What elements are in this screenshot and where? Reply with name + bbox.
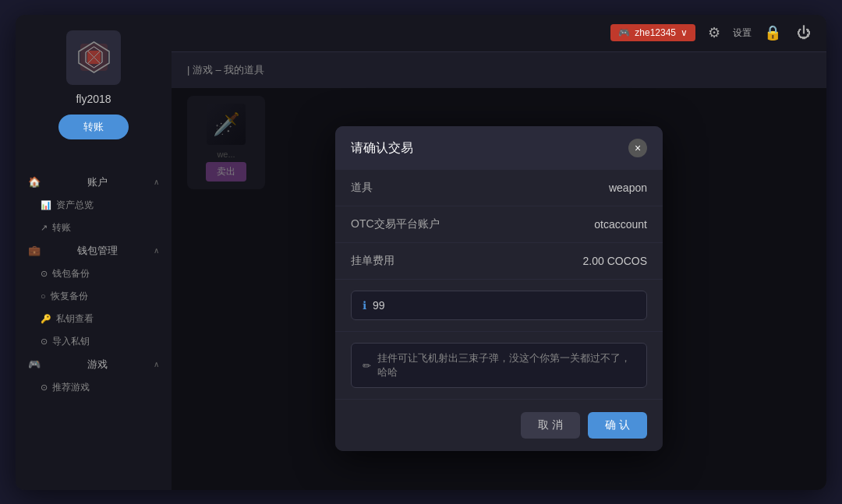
sidebar-section-account-header[interactable]: 🏠 账户 ∧ [25, 171, 162, 194]
topbar-user-icon: 🎮 [618, 27, 630, 38]
price-input[interactable] [373, 299, 635, 312]
lock-icon[interactable]: 🔒 [761, 21, 784, 44]
sidebar-section-games-header[interactable]: 🎮 游戏 ∧ [25, 353, 162, 376]
dialog-header: 请确认交易 × [335, 126, 663, 170]
sidebar-item-privatekey[interactable]: 🔑 私钥查看 [25, 308, 162, 330]
dialog-title: 请确认交易 [351, 140, 413, 157]
topbar: 🎮 zhe12345 ∨ ⚙ 设置 🔒 ⏻ [172, 15, 826, 52]
app-logo [66, 30, 121, 85]
settings-label: 设置 [733, 26, 752, 40]
description-text[interactable]: 挂件可让飞机射出三束子弹，没这个你第一关都过不了，哈哈 [377, 351, 635, 379]
confirm-button[interactable]: 确 认 [588, 412, 647, 439]
item-row-label: 道具 [351, 181, 373, 195]
sidebar-section-games: 🎮 游戏 ∧ ⊙ 推荐游戏 [16, 353, 172, 399]
backup-label: 钱包备份 [52, 267, 90, 280]
topbar-username: zhe12345 [635, 27, 676, 38]
sidebar-item-importkey[interactable]: ⊙ 导入私钥 [25, 330, 162, 353]
assets-label: 资产总览 [56, 199, 94, 212]
power-icon[interactable]: ⏻ [794, 22, 814, 44]
main-content: 🎮 zhe12345 ∨ ⚙ 设置 🔒 ⏻ | 游戏 – 我的道具 🗡️ we.… [172, 15, 826, 490]
restore-label: 恢复备份 [51, 290, 88, 303]
restore-icon: ○ [41, 291, 46, 301]
transfer-label: 转账 [52, 221, 71, 234]
price-input-row: ℹ [335, 280, 663, 332]
sidebar-section-wallet-header[interactable]: 💼 钱包管理 ∧ [25, 239, 162, 263]
sidebar-item-restore[interactable]: ○ 恢复备份 [25, 285, 162, 308]
importkey-icon: ⊙ [41, 337, 48, 347]
info-icon: ℹ [363, 299, 366, 312]
fee-row-label: 挂单费用 [351, 254, 394, 268]
sidebar-username: fly2018 [76, 93, 111, 105]
close-button[interactable]: × [628, 139, 647, 157]
wallet-chevron-icon: ∧ [154, 246, 159, 255]
app-wrapper: fly2018 转账 🏠 账户 ∧ 📊 资产总览 ↗ 转账 💼 钱包管理 ∧ [16, 15, 826, 490]
confirm-dialog: 请确认交易 × 道具 weapon OTC交易平台账户 otc [335, 126, 663, 451]
description-input-row: ✏ 挂件可让飞机射出三束子弹，没这个你第一关都过不了，哈哈 [335, 332, 663, 400]
wallet-section-label: 钱包管理 [77, 244, 118, 258]
games-chevron-icon: ∧ [154, 360, 159, 368]
sidebar-section-wallet: 💼 钱包管理 ∧ ⊙ 钱包备份 ○ 恢复备份 🔑 私钥查看 ⊙ 导入私钥 [16, 239, 172, 353]
pencil-icon: ✏ [363, 360, 371, 372]
account-section-label: 账户 [87, 175, 108, 189]
sidebar-item-assets[interactable]: 📊 资产总览 [25, 194, 162, 217]
logo-area: fly2018 转账 [58, 30, 129, 158]
topbar-chevron-icon: ∨ [681, 27, 688, 38]
settings-icon[interactable]: ⚙ [705, 21, 723, 44]
transfer-icon: ↗ [41, 223, 48, 233]
topbar-user[interactable]: 🎮 zhe12345 ∨ [610, 24, 695, 41]
dialog-row-fee: 挂单费用 2.00 COCOS [335, 243, 663, 280]
recommend-icon: ⊙ [41, 382, 48, 393]
otc-row-value: otcaccount [594, 218, 647, 231]
privatekey-label: 私钥查看 [56, 312, 94, 326]
price-input-wrapper: ℹ [351, 291, 647, 320]
breadcrumb: | 游戏 – 我的道具 [172, 52, 826, 88]
page-area: 🗡️ we... 卖出 请确认交易 × 道具 [172, 88, 826, 490]
importkey-label: 导入私钥 [52, 335, 90, 348]
games-section-label: 游戏 [87, 358, 108, 372]
cancel-button[interactable]: 取 消 [521, 412, 580, 439]
dialog-overlay: 请确认交易 × 道具 weapon OTC交易平台账户 otc [172, 88, 826, 490]
sidebar: fly2018 转账 🏠 账户 ∧ 📊 资产总览 ↗ 转账 💼 钱包管理 ∧ [16, 15, 172, 490]
account-chevron-icon: ∧ [154, 178, 159, 186]
otc-row-label: OTC交易平台账户 [351, 217, 440, 231]
dialog-row-otc: OTC交易平台账户 otcaccount [335, 206, 663, 243]
dialog-row-item: 道具 weapon [335, 170, 663, 206]
backup-icon: ⊙ [41, 269, 48, 279]
transfer-button[interactable]: 转账 [58, 115, 129, 139]
account-section-icon: 🏠 [28, 176, 41, 188]
sidebar-item-backup[interactable]: ⊙ 钱包备份 [25, 263, 162, 285]
item-row-value: weapon [609, 182, 647, 194]
sidebar-item-transfer[interactable]: ↗ 转账 [25, 217, 162, 239]
games-section-icon: 🎮 [28, 358, 41, 370]
privatekey-icon: 🔑 [41, 314, 51, 324]
assets-icon: 📊 [41, 200, 51, 210]
sidebar-item-recommend[interactable]: ⊙ 推荐游戏 [25, 376, 162, 399]
wallet-section-icon: 💼 [28, 245, 41, 256]
fee-row-value: 2.00 COCOS [583, 255, 647, 267]
sidebar-section-account: 🏠 账户 ∧ 📊 资产总览 ↗ 转账 [16, 171, 172, 239]
description-textarea-wrapper: ✏ 挂件可让飞机射出三束子弹，没这个你第一关都过不了，哈哈 [351, 343, 647, 388]
recommend-label: 推荐游戏 [52, 381, 90, 394]
dialog-footer: 取 消 确 认 [335, 400, 663, 451]
dialog-body: 道具 weapon OTC交易平台账户 otcaccount 挂单费用 2.00… [335, 170, 663, 400]
